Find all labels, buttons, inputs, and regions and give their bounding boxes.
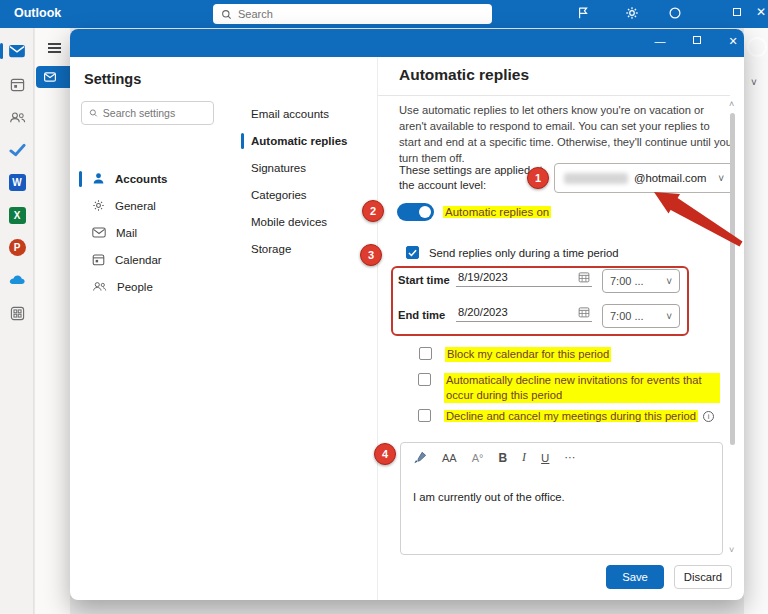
settings-search-input[interactable]	[103, 107, 206, 119]
hamburger-menu-icon[interactable]	[48, 43, 61, 53]
scrollbar[interactable]	[730, 113, 735, 445]
font-size-icon[interactable]: A°	[472, 452, 484, 464]
sidebar-item-mail[interactable]: Mail	[70, 219, 235, 246]
apps-grid-icon	[10, 306, 25, 321]
calendar-icon	[92, 253, 105, 266]
settings-title: Settings	[84, 71, 141, 87]
sidebar-item-general[interactable]: General	[70, 192, 235, 219]
annotation-circle-4: 4	[374, 443, 396, 465]
tab-mobile-devices[interactable]: Mobile devices	[235, 208, 377, 235]
person-icon	[92, 172, 105, 185]
automatic-replies-toggle[interactable]	[397, 203, 434, 221]
underline-icon[interactable]: U	[541, 452, 549, 464]
onedrive-cloud-icon	[8, 274, 26, 286]
rail-onedrive[interactable]	[0, 267, 34, 293]
sidebar-item-label: General	[115, 200, 156, 212]
scroll-down-arrow[interactable]: ˅	[729, 545, 734, 555]
format-painter-icon[interactable]	[413, 451, 427, 464]
time-period-label: Send replies only during a time period	[429, 247, 619, 259]
redacted-email	[564, 173, 628, 184]
calendar-picker-icon[interactable]	[578, 271, 590, 283]
annotation-arrow	[638, 182, 744, 257]
tab-label: Mobile devices	[251, 216, 327, 228]
tab-label: Storage	[251, 243, 291, 255]
sidebar-item-label: Calendar	[115, 254, 162, 266]
end-time-label: End time	[398, 309, 445, 321]
check-icon	[408, 249, 417, 257]
people-icon	[9, 111, 26, 124]
end-date-field[interactable]: 8/20/2023	[456, 306, 592, 322]
editor-toolbar: AA A° B I U ⋯	[413, 450, 575, 465]
time-period-checkbox[interactable]	[406, 246, 419, 259]
dialog-close-button[interactable]: ✕	[724, 35, 742, 48]
settings-gear-icon[interactable]	[625, 6, 639, 24]
decline-invitations-checkbox[interactable]	[418, 373, 431, 386]
new-mail-envelope-icon	[44, 72, 56, 82]
powerpoint-icon: P	[9, 239, 26, 256]
option-label: Automatically decline new invitations fo…	[444, 373, 720, 403]
rail-people[interactable]	[0, 104, 34, 130]
rail-powerpoint[interactable]: P	[0, 234, 34, 260]
toggle-label: Automatic replies on	[443, 206, 551, 218]
sidebar-item-accounts[interactable]: Accounts	[70, 165, 235, 192]
chevron-down-icon: ˅	[666, 311, 672, 322]
dialog-maximize-button[interactable]	[688, 34, 706, 46]
reply-message-editor[interactable]: AA A° B I U ⋯ I am currently out of the …	[400, 442, 723, 555]
option-decline-meetings: Decline and cancel my meetings during th…	[418, 409, 714, 424]
excel-icon: X	[9, 207, 26, 224]
rail-mail[interactable]	[0, 38, 34, 64]
decline-meetings-checkbox[interactable]	[418, 409, 431, 422]
info-icon[interactable]: i	[703, 411, 714, 422]
tab-label: Categories	[251, 189, 307, 201]
annotation-circle-1: 1	[527, 167, 549, 189]
start-date-field[interactable]: 8/19/2023	[456, 271, 592, 287]
sidebar-item-calendar[interactable]: Calendar	[70, 246, 235, 273]
rail-apps[interactable]	[0, 300, 34, 326]
window-close-button[interactable]: ✕	[753, 5, 768, 19]
discard-button[interactable]: Discard	[674, 565, 732, 589]
option-label: Decline and cancel my meetings during th…	[444, 410, 698, 422]
save-button[interactable]: Save	[606, 565, 664, 589]
rail-word[interactable]: W	[0, 169, 34, 195]
settings-search[interactable]	[81, 101, 214, 125]
automatic-replies-panel: Automatic replies Use automatic replies …	[377, 57, 744, 600]
page-title: Automatic replies	[399, 66, 529, 84]
window-maximize-button[interactable]	[729, 5, 745, 19]
account-level-label: These settings are applied at the accoun…	[399, 163, 544, 193]
calendar-picker-icon[interactable]	[578, 306, 590, 318]
start-time-label: Start time	[398, 274, 450, 286]
block-calendar-checkbox[interactable]	[419, 347, 432, 360]
new-mail-button[interactable]	[36, 66, 70, 88]
font-icon[interactable]: AA	[442, 452, 457, 464]
flag-icon[interactable]	[577, 6, 591, 24]
reply-message-text[interactable]: I am currently out of the office.	[413, 491, 565, 503]
dialog-minimize-button[interactable]: —	[651, 35, 669, 47]
tab-email-accounts[interactable]: Email accounts	[235, 100, 377, 127]
tab-categories[interactable]: Categories	[235, 181, 377, 208]
rail-excel[interactable]: X	[0, 202, 34, 228]
word-icon: W	[9, 174, 26, 191]
italic-icon[interactable]: I	[522, 450, 526, 465]
sidebar-item-people[interactable]: People	[70, 273, 235, 300]
account-ring-icon[interactable]	[668, 6, 682, 24]
global-search-input[interactable]	[238, 8, 484, 20]
global-search[interactable]	[213, 4, 492, 24]
chevron-down-icon[interactable]: ˅	[751, 77, 757, 88]
bold-icon[interactable]: B	[498, 451, 507, 465]
tab-signatures[interactable]: Signatures	[235, 154, 377, 181]
tab-label: Email accounts	[251, 108, 329, 120]
scroll-up-arrow[interactable]: ˄	[729, 99, 734, 109]
tab-automatic-replies[interactable]: Automatic replies	[235, 127, 377, 154]
description-text: Use automatic replies to let others know…	[399, 103, 733, 167]
settings-dialog: — ✕ Settings Accounts General Mail	[70, 29, 744, 600]
more-formatting-icon[interactable]: ⋯	[564, 451, 575, 464]
tab-storage[interactable]: Storage	[235, 235, 377, 262]
rail-calendar[interactable]	[0, 71, 34, 97]
start-time-dropdown[interactable]: 7:00 ... ˅	[602, 269, 680, 293]
avatar	[747, 37, 767, 57]
end-time-dropdown[interactable]: 7:00 ... ˅	[602, 304, 680, 328]
toggle-knob	[419, 206, 431, 218]
sections-nav: Email accounts Automatic replies Signatu…	[235, 57, 377, 600]
active-indicator	[241, 133, 244, 149]
rail-todo[interactable]	[0, 137, 34, 163]
